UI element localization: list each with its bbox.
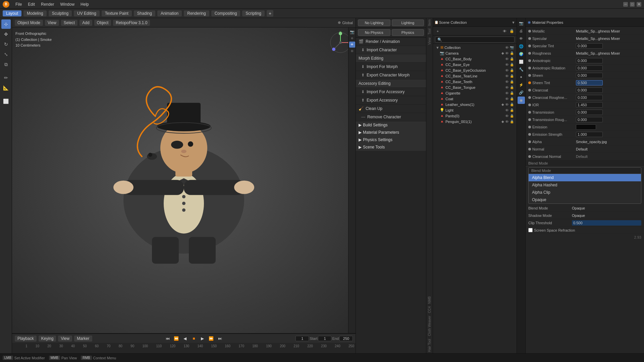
props-physics-icon[interactable]: ⚡ <box>518 81 525 88</box>
props-world-icon[interactable]: 🌍 <box>518 50 525 58</box>
cig-lock-icon[interactable]: 🔒 <box>510 91 514 95</box>
blend-option-alpha-hashed[interactable]: Alpha Hashed <box>529 181 641 189</box>
tab-scripting[interactable]: Scripting <box>242 10 265 16</box>
import-character-btn[interactable]: ⬇ Import Character <box>356 46 426 54</box>
props-render-icon[interactable]: 📷 <box>518 19 525 27</box>
measure-tool[interactable]: 📐 <box>1 83 11 93</box>
stop-btn[interactable]: ■ <box>191 335 197 342</box>
aniso-input[interactable] <box>576 58 603 63</box>
body-lock-icon[interactable]: 🔒 <box>510 57 514 61</box>
light-lock-icon[interactable]: 🔒 <box>510 108 514 112</box>
current-frame-input[interactable] <box>296 336 309 341</box>
visibility-toggle[interactable]: 👁 <box>501 28 508 35</box>
export-accessory-btn[interactable]: ⬆ Export Accessory <box>356 96 426 105</box>
select-menu[interactable]: Select <box>61 20 77 26</box>
light-eye-icon[interactable]: 👁 <box>505 108 509 112</box>
menu-file[interactable]: File <box>13 1 24 7</box>
body-eye-icon[interactable]: 👁 <box>505 57 509 61</box>
import-for-accessory-btn[interactable]: ⬇ Import For Accessory <box>356 88 426 96</box>
viewport-move-icon[interactable]: ⊕ <box>349 35 355 41</box>
tongue-lock-icon[interactable]: 🔒 <box>510 85 514 89</box>
props-object-icon[interactable]: ⬜ <box>518 58 525 65</box>
import-for-morph-btn[interactable]: ⬇ Import For Morph <box>356 63 426 71</box>
clean-up-btn[interactable]: 🧹 Clean Up <box>356 105 426 113</box>
object-menu[interactable]: Object <box>94 20 111 26</box>
lighting-btn[interactable]: Lighting <box>392 19 424 26</box>
filter-icon[interactable]: ▼ <box>512 20 515 24</box>
penguin-lock-icon[interactable]: 🔒 <box>510 120 514 123</box>
cig-eye-icon[interactable]: 👁 <box>505 91 509 95</box>
new-collection-btn[interactable]: + <box>434 28 441 35</box>
global-mode[interactable]: ⊕ <box>338 20 341 25</box>
menu-window[interactable]: Window <box>57 1 77 7</box>
metallic-value[interactable]: Metallic_Sp...ghness Mixer <box>576 29 641 33</box>
eye-vis-icon[interactable]: 👁 <box>505 63 509 67</box>
tab-rendering[interactable]: Rendering <box>184 10 209 16</box>
pants-eye-icon[interactable]: 👁 <box>505 114 509 118</box>
add-menu[interactable]: Add <box>79 20 92 26</box>
eyeocl-lock-icon[interactable]: 🔒 <box>510 68 514 72</box>
props-scene-icon[interactable]: 🌐 <box>518 43 525 50</box>
viewport-grid-icon[interactable]: ⊞ <box>349 48 355 54</box>
props-material-icon[interactable]: ◉ <box>518 97 525 104</box>
tree-camera[interactable]: 📷 Camera ◆ 👁 🔒 <box>433 50 517 56</box>
view-menu[interactable]: View <box>45 20 59 26</box>
viewport-view-icon[interactable]: 👁 <box>349 42 355 48</box>
tree-coat[interactable]: 🔺 Coat 👁 🔒 <box>433 96 517 102</box>
blend-option-opaque[interactable]: Opaque <box>529 196 641 203</box>
tab-compositing[interactable]: Compositing <box>211 10 240 16</box>
blend-option-alpha-blend[interactable]: Alpha Blend <box>529 174 641 181</box>
tree-collection[interactable]: ▼ ⊞ Collection 👁 📷 <box>433 45 517 50</box>
object-mode-selector[interactable]: Object Mode <box>15 20 43 26</box>
tab-modeling[interactable]: Modeling <box>23 10 47 16</box>
viewport-canvas[interactable]: Front Orthographic (1) Collection | Smok… <box>12 27 356 333</box>
cursor-tool[interactable]: ⊹ <box>1 19 11 29</box>
start-frame-input[interactable] <box>318 336 331 341</box>
tab-animation[interactable]: Animation <box>157 10 182 16</box>
pants-lock-icon[interactable]: 🔒 <box>510 114 514 118</box>
keying-menu[interactable]: Keying <box>39 336 56 342</box>
alpha-value[interactable]: Smoke_opacity.jpg <box>576 140 641 144</box>
viewport-camera-icon[interactable]: 📷 <box>349 29 355 35</box>
collection-cam-icon[interactable]: 📷 <box>510 46 514 49</box>
camera-lock-icon[interactable]: 🔒 <box>510 51 514 55</box>
tree-penguin[interactable]: 🔺 Penguin_001(1) ◆ 👁 🔒 <box>433 119 517 124</box>
tree-eye-occlusion[interactable]: 🔺 CC_Base_EyeOcclusion 👁 🔒 <box>433 67 517 73</box>
tear-lock-icon[interactable]: 🔒 <box>510 74 514 78</box>
spec-tint-input[interactable] <box>576 43 603 49</box>
tree-tongue[interactable]: 🔺 CC_Base_Tongue 👁 🔒 <box>433 84 517 90</box>
scene-tools-header[interactable]: ▶ Scene Tools <box>356 143 426 151</box>
props-particles-icon[interactable]: ✦ <box>518 73 525 81</box>
props-modifiers-icon[interactable]: 🔧 <box>518 66 525 73</box>
retopo-menu[interactable]: RetopoFlow 3.1.0 <box>113 20 150 26</box>
tree-cc-base-eye[interactable]: 🔺 CC_Base_Eye 👁 🔒 <box>433 62 517 67</box>
eye-lock-icon[interactable]: 🔒 <box>510 63 514 66</box>
tab-texture-paint[interactable]: Texture Paint <box>102 10 132 16</box>
tear-eye-icon[interactable]: 👁 <box>505 74 509 78</box>
play-btn[interactable]: ▶ <box>199 335 206 342</box>
add-cube-tool[interactable]: ⬜ <box>1 97 11 106</box>
morph-editing-header[interactable]: Morph Editing <box>356 54 426 63</box>
playback-menu[interactable]: Playback <box>15 336 37 342</box>
restrict-toggle[interactable]: 🔒 <box>508 28 515 35</box>
clip-value[interactable]: 0.500 <box>572 220 641 226</box>
shoes-lock-icon[interactable]: 🔒 <box>510 103 514 106</box>
scale-tool[interactable]: ⤡ <box>1 50 11 59</box>
tab-uv-editing[interactable]: UV Editing <box>74 10 100 16</box>
end-frame-input[interactable] <box>339 336 353 341</box>
collection-search-input[interactable] <box>435 37 515 43</box>
tab-layout[interactable]: Layout <box>3 10 21 16</box>
tab-sculpting[interactable]: Sculpting <box>49 10 72 16</box>
cc-normal-value[interactable]: Default <box>576 155 641 159</box>
em-str-input[interactable] <box>576 132 603 137</box>
export-morph-btn[interactable]: ⬆ Export Character Morph <box>356 71 426 79</box>
coat-eye-icon[interactable]: 👁 <box>505 97 509 101</box>
props-constraints-icon[interactable]: 🔗 <box>518 89 525 96</box>
cc-rough-input[interactable] <box>576 95 603 100</box>
menu-render[interactable]: Render <box>38 1 57 7</box>
physics-btn[interactable]: Physics <box>392 29 424 36</box>
penguin-eye-icon[interactable]: 👁 <box>505 120 509 124</box>
emission-color-swatch[interactable] <box>576 124 596 130</box>
menu-help[interactable]: Help <box>78 1 92 7</box>
annotate-tool[interactable]: ✏ <box>1 73 11 82</box>
